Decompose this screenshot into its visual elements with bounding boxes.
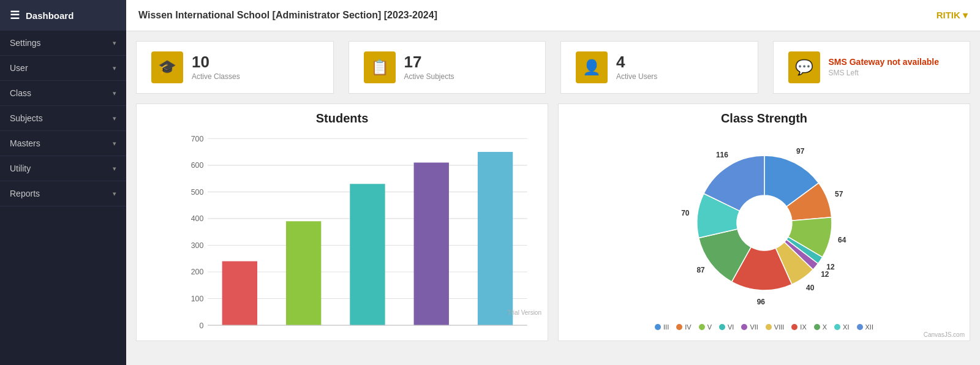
svg-rect-19 bbox=[414, 162, 449, 325]
legend-dot bbox=[719, 324, 725, 330]
charts-row: Students 0100200300400500600700 House De… bbox=[126, 94, 980, 351]
stat-number-sms: SMS Gateway not available bbox=[829, 58, 940, 66]
legend-item-xii: XII bbox=[857, 323, 873, 331]
legend-label: IX bbox=[800, 323, 806, 331]
sidebar-item-user[interactable]: User▾ bbox=[0, 56, 126, 81]
sidebar-item-settings[interactable]: Settings▾ bbox=[0, 31, 126, 56]
page-title: Wissen International School [Administrat… bbox=[138, 10, 437, 21]
sidebar: ☰ Dashboard Settings▾User▾Class▾Subjects… bbox=[0, 0, 126, 365]
legend-dot bbox=[655, 324, 661, 330]
legend-item-v: V bbox=[699, 323, 712, 331]
stat-card-users: 👤 4 Active Users bbox=[560, 41, 758, 94]
stat-card-classes: 🎓 10 Active Classes bbox=[136, 41, 334, 94]
sidebar-item-subjects[interactable]: Subjects▾ bbox=[0, 106, 126, 131]
chevron-icon: ▾ bbox=[113, 165, 116, 173]
svg-text:116: 116 bbox=[715, 151, 728, 159]
legend-label: IV bbox=[685, 323, 691, 331]
stat-number-classes: 10 bbox=[192, 54, 240, 70]
svg-text:12: 12 bbox=[821, 269, 829, 278]
stat-label-sms: SMS Left bbox=[829, 69, 940, 77]
legend-item-x: X bbox=[814, 323, 827, 331]
stat-icon-classes: 🎓 bbox=[151, 51, 183, 83]
stat-label-users: Active Users bbox=[616, 72, 657, 81]
svg-text:57: 57 bbox=[835, 190, 843, 198]
sidebar-item-label-utility: Utility bbox=[10, 164, 113, 173]
sidebar-item-reports[interactable]: Reports▾ bbox=[0, 181, 126, 206]
chevron-icon: ▾ bbox=[113, 140, 116, 148]
stat-card-subjects: 📋 17 Active Subjects bbox=[349, 41, 546, 94]
svg-text:500: 500 bbox=[191, 188, 204, 197]
trial-version-label: Trial Version bbox=[508, 309, 541, 316]
class-strength-chart: Class Strength 975764121240968770116 III… bbox=[558, 103, 970, 341]
svg-text:200: 200 bbox=[191, 268, 204, 277]
bar-chart-svg: 0100200300400500600700 bbox=[175, 130, 534, 347]
legend-item-iii: III bbox=[655, 323, 669, 331]
stat-number-users: 4 bbox=[616, 54, 657, 70]
legend-item-xi: XI bbox=[834, 323, 849, 331]
legend-dot bbox=[741, 324, 747, 330]
students-chart: Students 0100200300400500600700 House De… bbox=[136, 103, 548, 341]
sidebar-header: ☰ Dashboard bbox=[0, 0, 126, 31]
svg-rect-16 bbox=[222, 262, 257, 325]
stat-label-classes: Active Classes bbox=[192, 72, 240, 81]
pie-chart-title: Class Strength bbox=[566, 111, 962, 126]
legend-item-vii: VII bbox=[741, 323, 758, 331]
svg-text:0: 0 bbox=[200, 322, 204, 330]
svg-rect-18 bbox=[350, 184, 385, 325]
legend-dot bbox=[791, 324, 797, 330]
legend-dot bbox=[699, 324, 705, 330]
svg-text:96: 96 bbox=[756, 298, 765, 306]
legend-label: VI bbox=[728, 323, 734, 331]
sidebar-item-masters[interactable]: Masters▾ bbox=[0, 131, 126, 156]
legend-label: VII bbox=[750, 323, 758, 331]
legend-label: XI bbox=[843, 323, 849, 331]
pie-chart-area: 975764121240968770116 bbox=[566, 130, 962, 321]
stat-number-subjects: 17 bbox=[404, 54, 454, 70]
sidebar-title: Dashboard bbox=[26, 10, 74, 21]
chevron-icon: ▾ bbox=[113, 190, 116, 198]
stats-row: 🎓 10 Active Classes 📋 17 Active Subjects… bbox=[126, 31, 980, 94]
svg-rect-20 bbox=[478, 152, 513, 325]
svg-text:64: 64 bbox=[838, 236, 846, 244]
pie-svg: 975764121240968770116 bbox=[666, 140, 862, 312]
user-menu[interactable]: RITIK ▾ bbox=[937, 10, 968, 21]
legend-label: XII bbox=[865, 323, 873, 331]
chevron-icon: ▾ bbox=[113, 115, 116, 122]
chevron-icon: ▾ bbox=[113, 64, 116, 72]
legend-item-viii: VIII bbox=[766, 323, 785, 331]
legend-label: V bbox=[707, 323, 712, 331]
menu-icon: ☰ bbox=[10, 9, 20, 22]
sidebar-item-label-user: User bbox=[10, 63, 113, 73]
legend-dot bbox=[676, 324, 682, 330]
legend-dot bbox=[857, 324, 863, 330]
sidebar-item-label-class: Class bbox=[10, 88, 113, 98]
pie-legend: IIIIVVVIVIIVIIIIXXXIXII bbox=[566, 321, 962, 333]
sidebar-item-label-settings: Settings bbox=[10, 38, 113, 48]
chevron-icon: ▾ bbox=[113, 89, 116, 97]
stat-label-subjects: Active Subjects bbox=[404, 72, 454, 81]
sidebar-item-utility[interactable]: Utility▾ bbox=[0, 156, 126, 181]
legend-label: VIII bbox=[774, 323, 785, 331]
svg-text:400: 400 bbox=[191, 214, 204, 223]
legend-item-ix: IX bbox=[791, 323, 806, 331]
svg-text:700: 700 bbox=[191, 135, 204, 143]
svg-text:97: 97 bbox=[796, 147, 804, 156]
svg-text:40: 40 bbox=[806, 283, 815, 292]
svg-text:600: 600 bbox=[191, 161, 204, 170]
svg-rect-17 bbox=[286, 221, 321, 325]
sidebar-item-label-subjects: Subjects bbox=[10, 113, 113, 123]
stat-icon-subjects: 📋 bbox=[364, 51, 396, 83]
legend-dot bbox=[814, 324, 820, 330]
bar-chart-area: 0100200300400500600700 bbox=[144, 130, 540, 365]
stat-card-sms: 💬 SMS Gateway not available SMS Left bbox=[773, 41, 971, 94]
stat-icon-users: 👤 bbox=[576, 51, 608, 83]
legend-dot bbox=[766, 324, 772, 330]
svg-text:100: 100 bbox=[191, 295, 204, 303]
sidebar-item-class[interactable]: Class▾ bbox=[0, 81, 126, 106]
sidebar-item-label-masters: Masters bbox=[10, 138, 113, 148]
topbar: Wissen International School [Administrat… bbox=[126, 0, 980, 31]
legend-label: X bbox=[823, 323, 827, 331]
svg-text:87: 87 bbox=[696, 266, 705, 274]
legend-item-iv: IV bbox=[676, 323, 691, 331]
chevron-icon: ▾ bbox=[113, 39, 116, 47]
